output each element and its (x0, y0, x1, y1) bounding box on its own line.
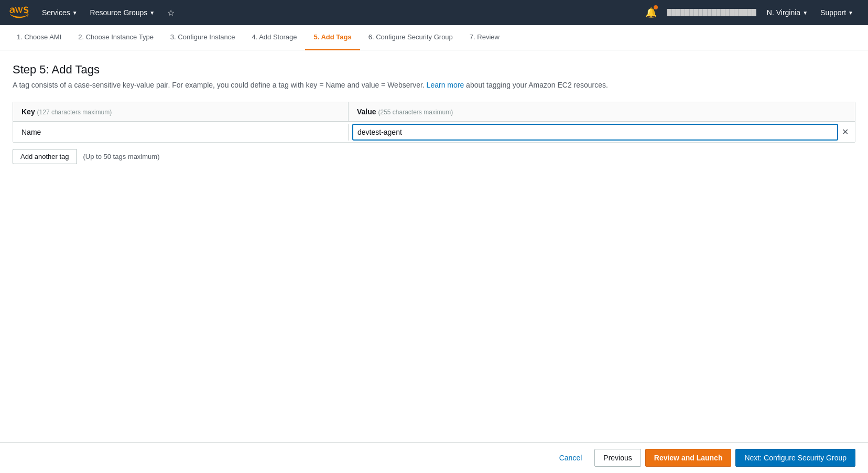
account-nav[interactable]: ████████████████████ (663, 9, 761, 16)
region-label: N. Virginia (767, 8, 800, 17)
tab-configure-instance[interactable]: 3. Configure Instance (162, 25, 244, 50)
previous-button[interactable]: Previous (594, 449, 641, 467)
key-header-hint: (127 characters maximum) (37, 109, 112, 116)
key-column-header: Key (127 characters maximum) (13, 102, 349, 121)
star-icon: ☆ (167, 8, 175, 18)
services-chevron-icon: ▼ (72, 10, 78, 16)
support-label: Support (820, 8, 846, 17)
tab-add-storage[interactable]: 4. Add Storage (243, 25, 305, 50)
page-description: A tag consists of a case-sensitive key-v… (13, 81, 855, 89)
region-chevron-icon: ▼ (802, 10, 808, 16)
footer: Cancel Previous Review and Launch Next: … (0, 442, 868, 473)
value-header-label: Value (357, 108, 376, 116)
region-nav[interactable]: N. Virginia ▼ (763, 0, 812, 25)
tags-table-header: Key (127 characters maximum) Value (255 … (13, 102, 855, 122)
clear-tag-button[interactable]: ✕ (840, 126, 851, 138)
tab-choose-ami[interactable]: 1. Choose AMI (8, 25, 70, 50)
next-configure-security-group-button[interactable]: Next: Configure Security Group (735, 449, 855, 467)
notification-dot (654, 5, 658, 9)
description-text: A tag consists of a case-sensitive key-v… (13, 81, 425, 89)
resource-groups-nav[interactable]: Resource Groups ▼ (84, 0, 161, 25)
tag-value-input[interactable] (353, 124, 838, 140)
add-tag-hint: (Up to 50 tags maximum) (83, 153, 160, 160)
page-title: Step 5: Add Tags (13, 63, 855, 77)
tag-key-value: Name (21, 128, 41, 136)
support-nav[interactable]: Support ▼ (814, 0, 860, 25)
tag-key-cell: Name (13, 124, 349, 141)
add-tag-row: Add another tag (Up to 50 tags maximum) (13, 149, 855, 164)
favorites-nav[interactable]: ☆ (161, 0, 181, 25)
tab-configure-security-group[interactable]: 6. Configure Security Group (360, 25, 461, 50)
support-chevron-icon: ▼ (848, 10, 853, 16)
table-row: Name ✕ (13, 122, 855, 142)
services-nav[interactable]: Services ▼ (36, 0, 84, 25)
aws-logo[interactable] (8, 5, 29, 20)
tags-table: Key (127 characters maximum) Value (255 … (13, 102, 855, 143)
key-header-label: Key (21, 108, 35, 116)
cancel-button[interactable]: Cancel (551, 449, 591, 466)
wizard-tabs: 1. Choose AMI 2. Choose Instance Type 3.… (0, 25, 868, 50)
tab-choose-instance-type[interactable]: 2. Choose Instance Type (70, 25, 162, 50)
review-and-launch-button[interactable]: Review and Launch (645, 449, 732, 467)
services-label: Services (42, 8, 70, 17)
value-column-header: Value (255 characters maximum) (349, 102, 855, 121)
value-header-hint: (255 characters maximum) (378, 109, 453, 116)
tab-add-tags[interactable]: 5. Add Tags (305, 25, 360, 50)
resource-groups-label: Resource Groups (90, 8, 148, 17)
description-suffix: about tagging your Amazon EC2 resources. (466, 81, 608, 89)
main-content: Step 5: Add Tags A tag consists of a cas… (0, 50, 868, 473)
add-another-tag-button[interactable]: Add another tag (13, 149, 77, 164)
navbar: Services ▼ Resource Groups ▼ ☆ 🔔 ███████… (0, 0, 868, 25)
tab-review[interactable]: 7. Review (461, 25, 508, 50)
learn-more-link[interactable]: Learn more (427, 81, 464, 89)
resource-groups-chevron-icon: ▼ (149, 10, 155, 16)
notifications-bell[interactable]: 🔔 (641, 0, 661, 25)
tag-value-cell: ✕ (349, 122, 855, 142)
